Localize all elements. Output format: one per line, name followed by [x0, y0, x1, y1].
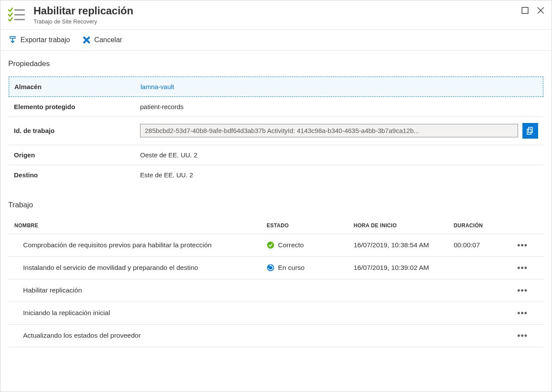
maximize-icon[interactable]: [521, 7, 529, 14]
more-actions-button[interactable]: •••: [517, 308, 528, 318]
export-job-label: Exportar trabajo: [20, 36, 70, 44]
job-state: En curso: [267, 264, 354, 272]
column-header-state[interactable]: ESTADO: [267, 223, 354, 229]
property-value: Este de EE. UU. 2: [140, 171, 538, 179]
success-icon: [267, 241, 274, 249]
jobs-table: NOMBRE ESTADO HORA DE INICIO DURACIÓN Co…: [8, 217, 544, 347]
copy-icon: [526, 126, 535, 135]
more-actions-button[interactable]: •••: [517, 263, 528, 272]
property-label: Elemento protegido: [14, 103, 140, 110]
content: Propiedades Almacén lamna-vault Elemento…: [0, 51, 552, 356]
job-panel: Habilitar replicación Trabajo de Site Re…: [0, 0, 552, 392]
property-label: Origen: [14, 151, 140, 159]
table-row[interactable]: Habilitar replicación•••: [8, 279, 544, 302]
page-title: Habilitar replicación: [33, 5, 521, 17]
property-row-destination[interactable]: Destino Este de EE. UU. 2: [9, 165, 543, 185]
properties-table: Almacén lamna-vault Elemento protegido p…: [8, 76, 544, 185]
page-subtitle: Trabajo de Site Recovery: [33, 18, 521, 25]
jobs-table-header: NOMBRE ESTADO HORA DE INICIO DURACIÓN: [8, 217, 544, 234]
toolbar: Exportar trabajo Cancelar: [0, 30, 552, 51]
property-row-protected-item[interactable]: Elemento protegido patient-records: [9, 97, 543, 117]
job-name: Habilitar replicación: [14, 286, 267, 294]
job-start-time: 16/07/2019, 10:38:54 AM: [354, 241, 454, 249]
job-duration: 00:00:07: [454, 241, 510, 249]
property-label: Id. de trabajo: [14, 127, 140, 134]
export-icon: [8, 36, 17, 44]
vault-link[interactable]: lamna-vault: [141, 83, 174, 90]
cancel-button[interactable]: Cancelar: [82, 36, 122, 44]
column-header-duration[interactable]: DURACIÓN: [454, 223, 510, 229]
more-actions-button[interactable]: •••: [517, 286, 528, 295]
more-actions-button[interactable]: •••: [517, 240, 528, 250]
property-label: Destino: [14, 171, 140, 179]
cancel-icon: [82, 36, 91, 44]
copy-button[interactable]: [522, 123, 538, 139]
table-row[interactable]: Iniciando la replicación inicial•••: [8, 302, 544, 325]
property-row-vault[interactable]: Almacén lamna-vault: [9, 76, 543, 97]
property-row-origin[interactable]: Origen Oeste de EE. UU. 2: [9, 145, 543, 165]
column-header-start[interactable]: HORA DE INICIO: [354, 223, 454, 229]
job-name: Iniciando la replicación inicial: [14, 309, 267, 317]
job-name: Comprobación de requisitos previos para …: [14, 241, 267, 249]
panel-header: Habilitar replicación Trabajo de Site Re…: [0, 0, 552, 30]
more-actions-button[interactable]: •••: [517, 331, 528, 340]
svg-point-12: [267, 242, 274, 249]
header-actions: [521, 7, 545, 14]
property-label: Almacén: [14, 83, 141, 90]
property-row-job-id[interactable]: Id. de trabajo 285bcbd2-53d7-40b8-9afe-b…: [9, 117, 543, 145]
export-job-button[interactable]: Exportar trabajo: [8, 36, 70, 44]
properties-section-title: Propiedades: [8, 60, 544, 68]
job-name: Actualizando los estados del proveedor: [14, 332, 267, 339]
jobs-section-title: Trabajo: [8, 201, 544, 209]
job-start-time: 16/07/2019, 10:39:02 AM: [354, 264, 454, 272]
table-row[interactable]: Comprobación de requisitos previos para …: [8, 234, 544, 257]
job-id-field[interactable]: 285bcbd2-53d7-40b8-9afe-bdf64d3ab37b Act…: [140, 124, 518, 137]
header-titles: Habilitar replicación Trabajo de Site Re…: [33, 5, 521, 25]
job-list-icon: [7, 6, 26, 24]
table-row[interactable]: Actualizando los estados del proveedor••…: [8, 325, 544, 347]
svg-rect-6: [10, 37, 15, 38]
svg-rect-11: [527, 129, 531, 134]
job-state: Correcto: [267, 241, 354, 249]
svg-rect-10: [529, 127, 532, 133]
property-value: Oeste de EE. UU. 2: [140, 151, 538, 159]
close-icon[interactable]: [537, 7, 545, 14]
svg-rect-3: [522, 7, 528, 13]
table-row[interactable]: Instalando el servicio de movilidad y pr…: [8, 257, 544, 279]
job-name: Instalando el servicio de movilidad y pr…: [14, 264, 267, 272]
cancel-label: Cancelar: [94, 36, 122, 44]
in-progress-icon: [267, 264, 274, 272]
column-header-name[interactable]: NOMBRE: [14, 223, 267, 229]
property-value: patient-records: [140, 103, 538, 110]
